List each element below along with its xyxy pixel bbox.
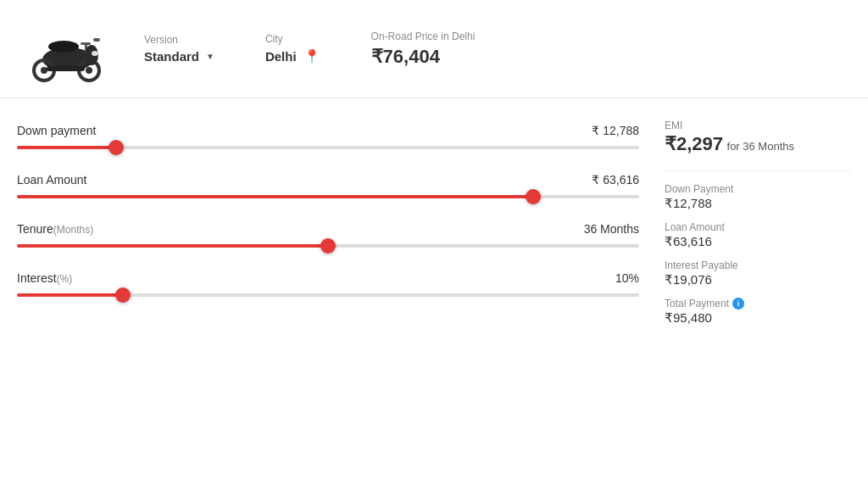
tenure-track[interactable] bbox=[17, 244, 639, 248]
total-payment-value: ₹95,480 bbox=[665, 310, 851, 326]
emi-row: ₹2,297 for 36 Months bbox=[665, 133, 851, 155]
loan-amount-track[interactable] bbox=[17, 195, 639, 198]
loan-amount-label: Loan Amount bbox=[17, 173, 87, 187]
down-payment-detail-label: Down Payment bbox=[665, 183, 851, 195]
right-panel: EMI ₹2,297 for 36 Months Down Payment ₹1… bbox=[665, 115, 851, 484]
svg-rect-3 bbox=[81, 42, 91, 45]
emi-label: EMI bbox=[665, 120, 851, 131]
loan-amount-detail: Loan Amount ₹63,616 bbox=[665, 221, 851, 249]
interest-header: Interest(%) 10% bbox=[17, 271, 639, 285]
down-payment-header: Down payment ₹ 12,788 bbox=[17, 124, 639, 137]
dropdown-arrow-icon: ▼ bbox=[206, 52, 214, 61]
down-payment-thumb bbox=[108, 140, 124, 155]
price-block: On-Road Price in Delhi ₹76,404 bbox=[371, 31, 476, 68]
svg-point-10 bbox=[92, 51, 98, 56]
interest-payable-detail: Interest Payable ₹19,076 bbox=[665, 259, 851, 287]
tenure-header: Tenure(Months) 36 Months bbox=[17, 222, 639, 236]
location-icon: 📍 bbox=[303, 48, 320, 64]
interest-value: 10% bbox=[615, 271, 639, 285]
tenure-fill bbox=[17, 244, 328, 248]
tenure-slider-group: Tenure(Months) 36 Months bbox=[17, 222, 639, 248]
loan-amount-detail-value: ₹63,616 bbox=[665, 234, 851, 249]
version-select[interactable]: Standard ▼ bbox=[144, 49, 214, 64]
top-bar: Version Standard ▼ City Delhi 📍 On-Road … bbox=[0, 0, 868, 98]
loan-amount-thumb bbox=[526, 189, 541, 204]
version-block: Version Standard ▼ bbox=[144, 34, 214, 64]
interest-payable-detail-label: Interest Payable bbox=[665, 259, 851, 271]
city-row[interactable]: Delhi 📍 bbox=[265, 48, 320, 64]
interest-unit: (%) bbox=[57, 273, 73, 285]
interest-track[interactable] bbox=[17, 293, 639, 297]
interest-slider-group: Interest(%) 10% bbox=[17, 271, 639, 297]
down-payment-slider-group: Down payment ₹ 12,788 bbox=[17, 124, 639, 149]
city-label: City bbox=[265, 33, 320, 45]
down-payment-fill bbox=[17, 146, 116, 149]
down-payment-label: Down payment bbox=[17, 124, 96, 137]
version-value: Standard bbox=[144, 49, 199, 64]
loan-amount-value: ₹ 63,616 bbox=[592, 173, 639, 187]
version-label: Version bbox=[144, 34, 214, 46]
interest-thumb bbox=[115, 287, 131, 303]
price-label: On-Road Price in Delhi bbox=[371, 31, 476, 42]
divider bbox=[665, 170, 851, 171]
scooter-image bbox=[17, 13, 119, 85]
down-payment-detail: Down Payment ₹12,788 bbox=[665, 183, 851, 211]
down-payment-value: ₹ 12,788 bbox=[592, 124, 639, 137]
total-payment-label-text: Total Payment bbox=[665, 298, 729, 309]
interest-fill bbox=[17, 293, 123, 297]
loan-amount-slider-group: Loan Amount ₹ 63,616 bbox=[17, 173, 639, 198]
tenure-value: 36 Months bbox=[584, 222, 639, 236]
loan-amount-fill bbox=[17, 195, 533, 198]
svg-point-5 bbox=[86, 67, 92, 74]
down-payment-track[interactable] bbox=[17, 146, 639, 149]
interest-payable-detail-value: ₹19,076 bbox=[665, 272, 851, 287]
loan-amount-header: Loan Amount ₹ 63,616 bbox=[17, 173, 639, 187]
interest-label: Interest(%) bbox=[17, 271, 72, 285]
emi-value: ₹2,297 bbox=[665, 133, 723, 154]
down-payment-detail-value: ₹12,788 bbox=[665, 196, 851, 211]
total-payment-label-row: Total Payment i bbox=[665, 298, 851, 309]
price-value: ₹76,404 bbox=[371, 46, 476, 68]
tenure-unit: (Months) bbox=[53, 224, 93, 236]
sliders-section: Down payment ₹ 12,788 Loan Amount ₹ 63,6… bbox=[17, 115, 665, 484]
emi-months: for 36 Months bbox=[727, 140, 795, 153]
tenure-thumb bbox=[320, 238, 336, 254]
main-content: Down payment ₹ 12,788 Loan Amount ₹ 63,6… bbox=[0, 98, 868, 493]
total-payment-info-icon[interactable]: i bbox=[732, 298, 744, 309]
svg-point-1 bbox=[48, 41, 79, 53]
emi-section: EMI ₹2,297 for 36 Months bbox=[665, 120, 851, 155]
svg-rect-9 bbox=[93, 38, 100, 42]
total-payment-detail: Total Payment i ₹95,480 bbox=[665, 298, 851, 326]
tenure-label: Tenure(Months) bbox=[17, 222, 93, 236]
city-value: Delhi bbox=[265, 49, 297, 64]
svg-rect-11 bbox=[47, 66, 85, 71]
city-block: City Delhi 📍 bbox=[265, 33, 320, 64]
loan-amount-detail-label: Loan Amount bbox=[665, 221, 851, 233]
svg-point-7 bbox=[41, 67, 47, 74]
